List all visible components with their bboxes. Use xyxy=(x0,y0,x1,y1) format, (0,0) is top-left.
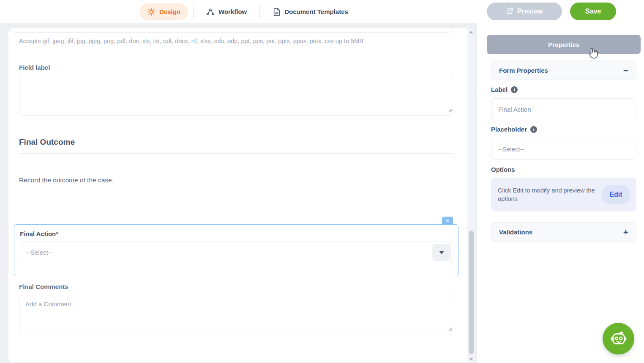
options-hint: Click Edit to modify and preview the opt… xyxy=(498,186,600,204)
field-label-textarea-wrap xyxy=(19,76,454,116)
final-comments-textarea-wrap xyxy=(19,295,454,335)
remove-field-button[interactable]: × xyxy=(442,217,453,225)
chatbot-button[interactable] xyxy=(603,323,634,355)
placeholder-text: Placeholder xyxy=(491,126,527,133)
properties-button-label: Properties xyxy=(548,41,579,48)
external-link-icon xyxy=(506,7,513,16)
tab-workflow[interactable]: Workflow xyxy=(199,3,254,20)
placeholder-field-label: Placeholder i xyxy=(491,126,537,133)
properties-panel: Properties Form Properties − Label i Pla… xyxy=(477,23,644,363)
scrollbar-thumb[interactable] xyxy=(469,231,474,354)
info-icon[interactable]: i xyxy=(511,86,518,93)
tab-design-label: Design xyxy=(159,8,180,15)
label-field-label: Label i xyxy=(491,86,518,93)
field-label-label: Field label xyxy=(19,64,50,71)
scroll-up-icon[interactable] xyxy=(469,31,473,33)
label-input[interactable] xyxy=(491,98,636,120)
options-label: Options xyxy=(491,166,515,173)
form-properties-title: Form Properties xyxy=(499,67,548,74)
tab-design[interactable]: Design xyxy=(139,3,188,20)
preview-label: Preview xyxy=(517,8,543,15)
save-button[interactable]: Save xyxy=(570,3,616,20)
gear-icon xyxy=(147,8,156,16)
options-box: Click Edit to modify and preview the opt… xyxy=(491,178,636,212)
header-actions: Preview Save xyxy=(487,2,616,21)
section-description: Record the outcome of the case. xyxy=(19,176,114,184)
canvas-scrollbar[interactable] xyxy=(467,28,475,362)
section-title: Final Outcome xyxy=(19,138,75,147)
final-action-select[interactable]: --Select-- xyxy=(20,242,453,263)
edit-options-button[interactable]: Edit xyxy=(601,185,630,204)
tab-document-templates[interactable]: Document Templates xyxy=(265,3,356,20)
placeholder-input[interactable] xyxy=(491,138,636,160)
info-icon[interactable]: i xyxy=(530,126,537,133)
final-comments-textarea[interactable] xyxy=(19,295,454,335)
save-label: Save xyxy=(585,8,601,15)
form-canvas: Accepts gif, jpeg, jfif, jpg, pjpg, png,… xyxy=(8,28,475,362)
properties-button[interactable]: Properties xyxy=(487,35,641,54)
form-properties-section-header[interactable]: Form Properties − xyxy=(491,60,636,80)
expand-plus-icon[interactable]: + xyxy=(623,228,628,236)
section-divider xyxy=(19,153,454,154)
mode-tabs: Design Workflow xyxy=(139,0,356,23)
dropdown-button[interactable] xyxy=(432,244,451,261)
options-text: Options xyxy=(491,166,515,173)
upload-hint-text: Accepts gif, jpeg, jfif, jpg, pjpg, png,… xyxy=(19,38,363,44)
field-label-textarea[interactable] xyxy=(19,76,454,116)
robot-icon xyxy=(609,328,628,349)
attachment-field-cutoff xyxy=(10,28,453,33)
validations-title: Validations xyxy=(499,228,532,236)
top-bar: Design Workflow xyxy=(0,0,644,23)
select-placeholder: --Select-- xyxy=(26,249,432,256)
tab-divider xyxy=(259,4,260,19)
close-icon: × xyxy=(446,217,449,224)
tab-document-templates-label: Document Templates xyxy=(284,8,348,15)
app-screen: Design Workflow xyxy=(0,0,644,363)
tab-divider xyxy=(193,4,194,19)
scroll-down-icon[interactable] xyxy=(469,358,473,360)
validations-section-header[interactable]: Validations + xyxy=(491,222,636,242)
collapse-minus-icon[interactable]: − xyxy=(623,66,628,75)
preview-button[interactable]: Preview xyxy=(487,3,562,20)
workflow-icon xyxy=(206,8,215,16)
selected-field-final-action[interactable]: × Final Action* --Select-- xyxy=(14,224,458,276)
document-icon xyxy=(273,8,281,16)
tab-workflow-label: Workflow xyxy=(218,8,247,15)
label-text: Label xyxy=(491,86,508,93)
final-action-label: Final Action* xyxy=(20,230,58,237)
edit-label: Edit xyxy=(609,191,622,198)
chevron-down-icon xyxy=(439,251,444,254)
final-comments-label: Final Comments xyxy=(19,283,68,290)
